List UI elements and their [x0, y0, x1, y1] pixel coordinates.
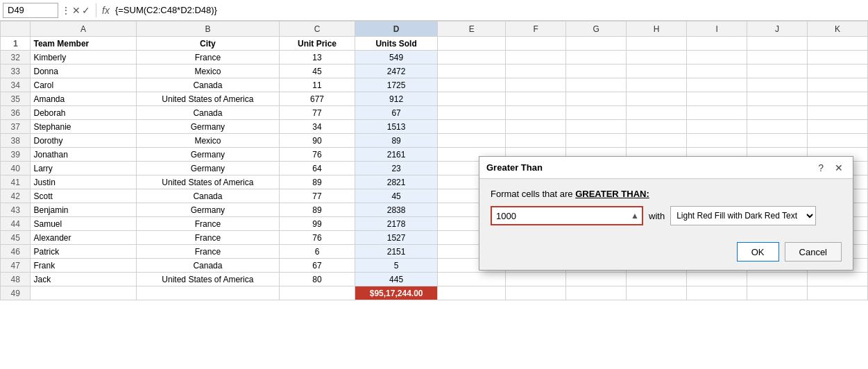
cell-38-K[interactable] — [807, 134, 867, 148]
total-cell-I[interactable] — [687, 286, 747, 300]
cell-36-I[interactable] — [687, 106, 747, 120]
cell-43-D[interactable]: 2838 — [355, 203, 438, 217]
cell-38-J[interactable] — [747, 134, 808, 148]
cell-41-B[interactable]: United States of America — [136, 175, 280, 189]
cell-35-F[interactable] — [506, 92, 566, 106]
dialog-help-button[interactable]: ? — [815, 162, 826, 173]
cell-40-B[interactable]: Germany — [136, 162, 280, 175]
cell-33-H[interactable] — [627, 65, 687, 78]
total-cell-D[interactable]: $95,17,244.00 — [355, 286, 438, 300]
cell-36-D[interactable]: 67 — [355, 106, 438, 120]
cell-33-C[interactable]: 45 — [280, 65, 355, 78]
cell-48-G[interactable] — [566, 273, 627, 286]
cell-40-C[interactable]: 64 — [280, 162, 355, 175]
total-cell-H[interactable] — [627, 286, 687, 300]
col-header-D[interactable]: D — [355, 22, 438, 37]
cell-34-I[interactable] — [687, 78, 747, 92]
cell-43-C[interactable]: 89 — [280, 203, 355, 217]
cell-36-K[interactable] — [807, 106, 867, 120]
cell-35-G[interactable] — [566, 92, 627, 106]
cell-38-I[interactable] — [687, 134, 747, 148]
more-options-icon[interactable]: ⋮ — [61, 5, 71, 16]
cell-34-J[interactable] — [747, 78, 808, 92]
cell-38-D[interactable]: 89 — [355, 134, 438, 148]
cell-38-G[interactable] — [566, 134, 627, 148]
cell-32-H[interactable] — [627, 51, 687, 65]
cell-32-I[interactable] — [687, 51, 747, 65]
cell-32-C[interactable]: 13 — [280, 51, 355, 65]
col-header-K[interactable]: K — [807, 22, 867, 37]
cell-47-D[interactable]: 5 — [355, 259, 438, 273]
cell-35-I[interactable] — [687, 92, 747, 106]
cell-37-E[interactable] — [438, 120, 506, 134]
cell-48-H[interactable] — [627, 273, 687, 286]
cell-37-A[interactable]: Stephanie — [31, 120, 136, 134]
cell-37-C[interactable]: 34 — [280, 120, 355, 134]
cell-39-B[interactable]: Germany — [136, 148, 280, 162]
col-header-A[interactable]: A — [31, 22, 136, 37]
col-header-F[interactable]: F — [506, 22, 566, 37]
dialog-close-button[interactable]: ✕ — [832, 162, 846, 173]
cell-34-F[interactable] — [506, 78, 566, 92]
cell-46-C[interactable]: 6 — [280, 245, 355, 259]
cell-46-B[interactable]: France — [136, 245, 280, 259]
cell-40-A[interactable]: Larry — [31, 162, 136, 175]
cell-48-D[interactable]: 445 — [355, 273, 438, 286]
cell-33-B[interactable]: Mexico — [136, 65, 280, 78]
cell-34-H[interactable] — [627, 78, 687, 92]
cell-42-B[interactable]: Canada — [136, 189, 280, 203]
cell-32-F[interactable] — [506, 51, 566, 65]
cell-32-B[interactable]: France — [136, 51, 280, 65]
cell-39-C[interactable]: 76 — [280, 148, 355, 162]
cell-33-G[interactable] — [566, 65, 627, 78]
cell-38-F[interactable] — [506, 134, 566, 148]
total-cell-A[interactable] — [31, 286, 136, 300]
total-cell-E[interactable] — [438, 286, 506, 300]
cell-45-A[interactable]: Alexander — [31, 231, 136, 245]
cell-37-H[interactable] — [627, 120, 687, 134]
cell-35-E[interactable] — [438, 92, 506, 106]
cell-38-E[interactable] — [438, 134, 506, 148]
cell-33-K[interactable] — [807, 65, 867, 78]
col-header-I[interactable]: I — [687, 22, 747, 37]
cell-36-A[interactable]: Deborah — [31, 106, 136, 120]
cell-48-F[interactable] — [506, 273, 566, 286]
total-cell-G[interactable] — [566, 286, 627, 300]
cell-37-K[interactable] — [807, 120, 867, 134]
cell-48-I[interactable] — [687, 273, 747, 286]
cell-44-B[interactable]: France — [136, 217, 280, 231]
cell-39-A[interactable]: Jonathan — [31, 148, 136, 162]
cell-34-G[interactable] — [566, 78, 627, 92]
cell-37-D[interactable]: 1513 — [355, 120, 438, 134]
cell-41-C[interactable]: 89 — [280, 175, 355, 189]
cell-43-A[interactable]: Benjamin — [31, 203, 136, 217]
cell-46-A[interactable]: Patrick — [31, 245, 136, 259]
cell-47-A[interactable]: Frank — [31, 259, 136, 273]
cell-33-F[interactable] — [506, 65, 566, 78]
cell-32-A[interactable]: Kimberly — [31, 51, 136, 65]
cell-36-G[interactable] — [566, 106, 627, 120]
cell-35-H[interactable] — [627, 92, 687, 106]
col-header-H[interactable]: H — [627, 22, 687, 37]
cell-36-E[interactable] — [438, 106, 506, 120]
cell-48-C[interactable]: 80 — [280, 273, 355, 286]
cell-48-E[interactable] — [438, 273, 506, 286]
cell-36-J[interactable] — [747, 106, 808, 120]
cell-33-I[interactable] — [687, 65, 747, 78]
cell-36-F[interactable] — [506, 106, 566, 120]
cell-44-A[interactable]: Samuel — [31, 217, 136, 231]
cell-34-K[interactable] — [807, 78, 867, 92]
cell-46-D[interactable]: 2151 — [355, 245, 438, 259]
cell-44-C[interactable]: 99 — [280, 217, 355, 231]
cell-41-A[interactable]: Justin — [31, 175, 136, 189]
cell-34-C[interactable]: 11 — [280, 78, 355, 92]
cell-45-D[interactable]: 1527 — [355, 231, 438, 245]
total-cell-B[interactable] — [136, 286, 280, 300]
total-cell-F[interactable] — [506, 286, 566, 300]
cell-34-E[interactable] — [438, 78, 506, 92]
cell-40-D[interactable]: 23 — [355, 162, 438, 175]
confirm-formula-icon[interactable]: ✓ — [82, 5, 90, 16]
cell-45-B[interactable]: France — [136, 231, 280, 245]
cell-32-J[interactable] — [747, 51, 808, 65]
cell-47-B[interactable]: Canada — [136, 259, 280, 273]
